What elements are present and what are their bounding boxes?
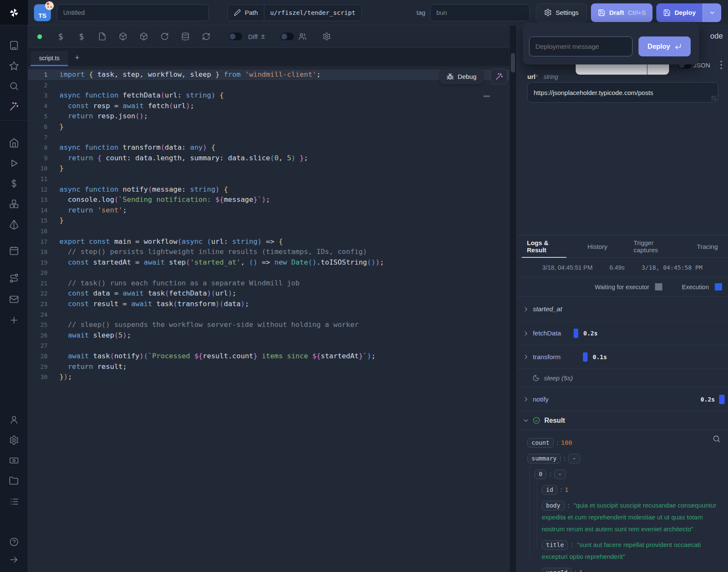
diff-toggle[interactable] — [229, 33, 242, 40]
workspace-icon[interactable] — [9, 40, 19, 50]
home-icon[interactable] — [9, 138, 19, 148]
code-line: 14 return 'sent'; — [28, 205, 509, 216]
triggers-pyramid-icon[interactable] — [9, 219, 19, 229]
json-row-title: title: "sunt aut facere repellat provide… — [542, 539, 718, 563]
tab-script-ts[interactable]: script.ts — [31, 51, 68, 66]
result-json-viewer: count:100summary:-0:-id:1body: "quia et … — [517, 430, 728, 572]
preview-tab-trigger-captures[interactable]: Trigger captures — [628, 235, 675, 257]
code-line: 21 // task() runs each function as a sep… — [28, 278, 509, 289]
resources-boxes-icon[interactable] — [9, 199, 19, 209]
json-key-pill[interactable]: 0 — [535, 469, 546, 479]
script-file-icon[interactable] — [98, 32, 106, 41]
settings-button[interactable]: Settings — [536, 3, 587, 22]
settings-gear-icon[interactable] — [9, 435, 19, 445]
draft-button[interactable]: Draft Ctrl+S — [591, 3, 652, 22]
preview-tabs: Logs & ResultHistoryTrigger capturesTrac… — [517, 235, 728, 258]
pencil-icon — [234, 9, 241, 16]
gear-icon — [544, 8, 552, 17]
ai-fix-button[interactable] — [490, 69, 507, 84]
deployment-message-input[interactable] — [529, 36, 633, 56]
runs-play-icon[interactable] — [9, 158, 19, 168]
preview-tab-history[interactable]: History — [582, 235, 613, 257]
package-icon[interactable] — [119, 32, 127, 41]
code-line: 8async function transform(data: any) { — [28, 142, 509, 153]
refresh-icon[interactable] — [202, 32, 210, 41]
code-line: 19 const startedAt = await step('started… — [28, 257, 509, 268]
folders-icon[interactable] — [9, 476, 19, 486]
editor-settings-gear-icon[interactable] — [322, 32, 331, 41]
resource-picker-icon[interactable]: $ — [77, 32, 86, 41]
preview-tab-logs-result[interactable]: Logs & Result — [522, 235, 566, 257]
code-line: 27 — [28, 340, 509, 351]
ai-wand-icon[interactable] — [9, 101, 19, 112]
timeline-row-started-at[interactable]: started_at — [517, 297, 728, 322]
tag-label: tag — [417, 9, 426, 16]
deploy-button[interactable]: Deploy — [656, 3, 703, 22]
timeline-row-fetchData[interactable]: fetchData0.2s — [517, 322, 728, 345]
database-icon[interactable] — [181, 32, 190, 41]
workers-icon[interactable] — [9, 455, 19, 466]
collab-toggle[interactable] — [280, 33, 294, 40]
script-name-input[interactable] — [57, 4, 209, 21]
favorites-star-icon[interactable] — [9, 61, 19, 71]
popup-deploy-button[interactable]: Deploy — [638, 36, 691, 56]
execution-bar — [719, 395, 725, 404]
tag-input[interactable] — [430, 4, 530, 21]
windmill-script-editor: TS Path u/rfiszel/tender_script tag Sett… — [0, 0, 728, 572]
execution-bar — [583, 352, 588, 362]
help-icon[interactable] — [9, 537, 19, 547]
windmill-logo[interactable] — [0, 0, 28, 25]
rotate-icon[interactable] — [160, 32, 169, 41]
expand-arrow-icon[interactable] — [9, 555, 19, 565]
bug-icon — [446, 73, 454, 81]
mail-icon[interactable] — [9, 294, 19, 304]
json-key-pill[interactable]: count — [527, 438, 554, 448]
json-row-summary: summary:- — [527, 452, 718, 464]
collaborators-icon[interactable] — [298, 32, 307, 41]
json-row-0: 0:- — [535, 468, 718, 480]
json-collapse-toggle[interactable]: - — [554, 469, 566, 479]
json-collapse-toggle[interactable]: - — [568, 454, 580, 463]
deploy-popup: Deploy — [523, 22, 699, 64]
new-tab-button[interactable]: + — [75, 53, 79, 62]
json-key-pill[interactable]: id — [542, 485, 557, 495]
scrollbar-thumb[interactable] — [511, 53, 515, 73]
editor-scroll-dash[interactable] — [483, 95, 490, 97]
json-row-body: body: "quia et suscipit suscipit recusan… — [542, 499, 718, 535]
json-key-pill[interactable]: body — [542, 501, 565, 511]
timeline-row-transform[interactable]: transform0.1s — [517, 345, 728, 369]
search-icon[interactable] — [9, 81, 19, 91]
deploy-dropdown-button[interactable] — [703, 3, 721, 22]
debug-button[interactable]: Debug — [440, 69, 483, 84]
json-key-pill[interactable]: title — [542, 540, 568, 550]
code-line: 12async function notify(message: string)… — [28, 184, 509, 195]
json-number-value: 1 — [579, 569, 583, 572]
package-icon-2[interactable] — [140, 32, 148, 41]
preview-panel: ode JSON url* string Logs & ResultHistor… — [517, 25, 728, 572]
groups-list-icon[interactable] — [9, 497, 19, 507]
url-input[interactable] — [527, 82, 718, 103]
timeline-row-notify[interactable]: notify0.2s — [517, 388, 728, 411]
deploy-split-button: Deploy — [656, 3, 721, 22]
user-icon[interactable] — [9, 415, 19, 425]
panel-splitter[interactable] — [509, 25, 517, 572]
schedules-calendar-icon[interactable] — [9, 246, 19, 256]
preview-tab-tracing[interactable]: Tracing — [692, 235, 723, 257]
bun-runtime-icon — [45, 1, 54, 10]
path-field[interactable]: Path u/rfiszel/tender_script — [227, 4, 362, 21]
code-line: 5 return resp.json(); — [28, 111, 509, 122]
resize-handle-icon[interactable] — [711, 96, 717, 101]
timeline-row-sleep-5s-[interactable]: sleep (5s) — [517, 369, 728, 388]
kebab-menu-icon[interactable] — [717, 59, 725, 70]
variables-dollar-icon[interactable] — [9, 179, 19, 189]
add-plus-icon[interactable] — [9, 315, 19, 325]
legend-label: Execution — [682, 284, 709, 290]
url-field-label: url* string — [527, 73, 558, 80]
json-key-pill[interactable]: summary — [527, 454, 561, 463]
legend-swatch — [715, 283, 722, 290]
json-key-pill[interactable]: userId — [542, 568, 572, 572]
flows-route-icon[interactable] — [9, 273, 19, 283]
code-editor[interactable]: 1import { task, step, workflow, sleep } … — [28, 66, 509, 572]
timeline-row-Result[interactable]: Result — [517, 411, 728, 430]
variable-picker-icon[interactable]: $ — [56, 32, 65, 41]
